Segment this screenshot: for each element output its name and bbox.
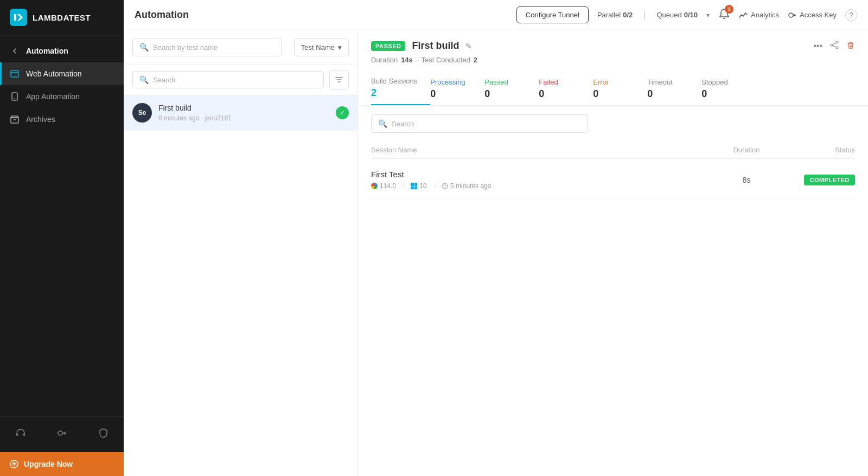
build-time: 8 minutes ago (158, 114, 199, 122)
test-search-input[interactable] (153, 43, 275, 52)
help-label: ? (849, 11, 853, 20)
test-name-dropdown[interactable]: Test Name ▾ (294, 38, 349, 56)
col-status-header: Status (779, 146, 855, 154)
test-conducted-label: Test Conducted (421, 56, 470, 64)
build-duration-row: Duration 14s · Test Conducted 2 (371, 56, 855, 64)
notification-button[interactable]: 3 (718, 8, 730, 22)
sessions-table-header: Session Name Duration Status (371, 141, 855, 159)
stat-processing-label: Processing (430, 78, 471, 86)
stat-failed[interactable]: Failed 0 (539, 73, 593, 105)
build-header: PASSED First build ✎ ••• Duration (358, 30, 868, 106)
share-button[interactable] (830, 41, 839, 52)
build-item[interactable]: Se First build 8 minutes ago · jenu3181 … (124, 95, 358, 131)
build-name: First build (158, 104, 329, 112)
notification-badge: 3 (725, 5, 733, 14)
key-icon[interactable] (52, 423, 72, 446)
sidebar-item-archives-label: Archives (26, 115, 55, 124)
build-user: jenu3181 (205, 114, 231, 122)
stat-build-sessions-label: Build Sessions (371, 77, 417, 85)
queued-label: Queued (656, 11, 681, 19)
sessions-search-input[interactable] (392, 120, 581, 128)
analytics-button[interactable]: Analytics (739, 11, 779, 20)
stat-processing[interactable]: Processing 0 (430, 73, 484, 105)
session-time-info: 5 minutes ago (442, 182, 491, 190)
topbar-chevron-down-icon[interactable]: ▾ (706, 11, 710, 19)
session-windows-version: 10 (419, 182, 426, 190)
sessions-search-box[interactable]: 🔍 (371, 114, 588, 133)
svg-rect-5 (16, 433, 18, 436)
headset-icon[interactable] (11, 423, 30, 446)
access-key-label: Access Key (800, 11, 837, 19)
sidebar-item-app-automation[interactable]: App Automation (0, 85, 124, 108)
parallel-value: 0/2 (623, 11, 633, 19)
stat-processing-value: 0 (430, 88, 471, 100)
filter-search-box[interactable]: 🔍 (132, 71, 324, 88)
sessions-area: 🔍 Session Name Duration Status First Tes… (358, 106, 868, 476)
stat-passed-label: Passed (484, 78, 526, 86)
session-meta: 114.0 · 10 · (371, 182, 714, 190)
build-status-passed-icon: ✓ (336, 106, 349, 119)
stat-passed[interactable]: Passed 0 (484, 73, 539, 105)
sidebar-logo: LAMBDATEST (0, 0, 124, 35)
access-key-button[interactable]: Access Key (788, 11, 837, 20)
filter-search-input[interactable] (153, 76, 317, 84)
filter-row: 🔍 (124, 65, 358, 95)
topbar: Automation Configure Tunnel Parallel 0/2… (124, 0, 868, 30)
stat-error[interactable]: Error 0 (593, 73, 647, 105)
web-icon (10, 69, 20, 79)
upgrade-icon (10, 460, 18, 468)
stat-stopped-label: Stopped (701, 78, 743, 86)
sidebar-item-web-automation-label: Web Automation (26, 69, 81, 78)
left-panel: 🔍 Test Name ▾ 🔍 Se (124, 30, 358, 476)
stat-error-value: 0 (593, 88, 634, 100)
sidebar-item-automation[interactable]: Automation (0, 40, 124, 62)
lambdatest-logo-icon (10, 9, 27, 26)
svg-point-9 (789, 13, 793, 17)
sidebar-item-web-automation[interactable]: Web Automation (0, 62, 124, 85)
session-name: First Test (371, 170, 714, 179)
filter-button[interactable] (329, 70, 349, 89)
col-duration-header: Duration (714, 146, 779, 154)
help-button[interactable]: ? (845, 9, 857, 21)
svg-point-7 (58, 431, 62, 435)
completed-status-badge: COMPLETED (804, 175, 855, 185)
stat-error-label: Error (593, 78, 634, 86)
search-row: 🔍 Test Name ▾ (124, 30, 358, 65)
queued-info: Queued 0/10 (656, 11, 698, 19)
more-options-button[interactable]: ••• (813, 41, 822, 51)
session-time-ago: 5 minutes ago (450, 182, 491, 190)
stat-timeout[interactable]: Timeout 0 (647, 73, 701, 105)
stats-row: Build Sessions 2 Processing 0 Passed 0 F… (371, 72, 855, 105)
session-row[interactable]: First Test 114.0 · 10 (371, 161, 855, 199)
sidebar-nav: Automation Web Automation App Automation… (0, 35, 124, 416)
app-icon (10, 92, 20, 101)
session-chrome-version: 114.0 (380, 182, 396, 190)
upgrade-bar[interactable]: Upgrade Now (0, 452, 124, 476)
svg-rect-0 (10, 9, 27, 26)
svg-rect-1 (11, 70, 18, 77)
delete-button[interactable] (846, 41, 855, 52)
sidebar-item-app-automation-label: App Automation (26, 92, 80, 101)
configure-tunnel-button[interactable]: Configure Tunnel (516, 7, 589, 23)
build-title: First build (412, 40, 459, 52)
build-meta: 8 minutes ago · jenu3181 (158, 114, 329, 122)
svg-point-10 (836, 41, 838, 43)
stat-stopped[interactable]: Stopped 0 (701, 73, 756, 105)
duration-label: Duration (371, 56, 398, 64)
sidebar-item-archives[interactable]: Archives (0, 108, 124, 131)
test-conducted-value: 2 (474, 56, 477, 64)
test-search-box[interactable]: 🔍 (132, 38, 282, 56)
stat-timeout-value: 0 (647, 88, 688, 100)
build-avatar: Se (132, 103, 152, 123)
content-area: 🔍 Test Name ▾ 🔍 Se (124, 30, 868, 476)
clock-icon (442, 183, 448, 189)
col-session-name-header: Session Name (371, 146, 714, 154)
analytics-icon (739, 11, 748, 20)
edit-icon[interactable]: ✎ (465, 42, 472, 50)
shield-icon[interactable] (93, 423, 113, 446)
upgrade-label: Upgrade Now (24, 460, 73, 468)
parallel-label: Parallel (597, 11, 621, 19)
stat-build-sessions[interactable]: Build Sessions 2 (371, 72, 430, 105)
queued-value: 0/10 (684, 11, 698, 19)
stat-build-sessions-value: 2 (371, 87, 417, 99)
